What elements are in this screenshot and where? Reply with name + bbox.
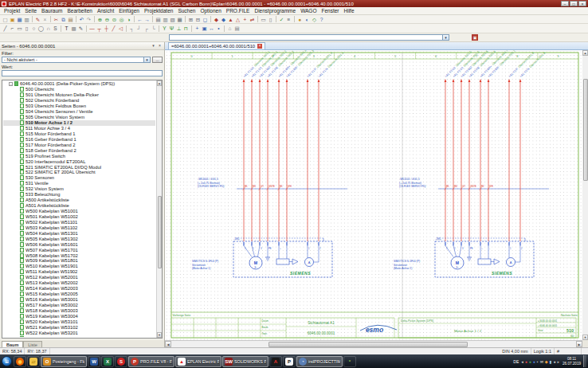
tree-item[interactable]: 533 Beleuchtung [3, 192, 155, 198]
corner-down-left-icon[interactable]: ┐ [128, 25, 135, 32]
acrobat-taskbar-button[interactable]: A [269, 356, 282, 367]
macro-box-icon[interactable]: ▭ [260, 16, 267, 23]
eplan-taskbar-button[interactable]: ▲EPLAN Electric P8... [175, 356, 221, 367]
terminal-strip-icon[interactable]: • [215, 25, 222, 32]
tree-item[interactable]: W509 Kabelplan W51801 [3, 258, 155, 264]
tree-item[interactable]: W515 Kabelplan W52005 [3, 292, 155, 297]
expander-icon[interactable]: – [9, 82, 13, 86]
language-indicator[interactable]: DE [513, 359, 519, 364]
wago-configure-icon[interactable]: ◐ [304, 16, 311, 23]
menu-projektdaten[interactable]: Projektdaten [142, 8, 176, 14]
excel-taskbar-button[interactable]: X [101, 356, 114, 367]
rectangle-tool-icon[interactable]: ▭ [16, 25, 23, 32]
t-node-icon[interactable]: ┬ [96, 25, 103, 32]
ground-symbol-icon[interactable]: ⊥ [175, 25, 182, 32]
menu-pro-file[interactable]: PRO.FILE [224, 8, 253, 14]
properties-icon[interactable]: ✎ [34, 16, 41, 23]
close-button[interactable]: × [578, 1, 586, 6]
tree-item[interactable]: W519 Kabelplan W53004 [3, 313, 155, 319]
terminal-navigator-icon[interactable]: ▲ [227, 16, 234, 23]
explorer-taskbar-button[interactable]: ▱ [27, 356, 40, 367]
messages-icon[interactable]: ≡ [285, 16, 292, 23]
forward-icon[interactable]: → [143, 16, 151, 23]
menu-optionen[interactable]: Optionen [198, 8, 223, 14]
schematic-svg[interactable]: 0123456789Vorherige SeiteNächste SeiteDa… [165, 50, 582, 340]
app-red-taskbar-button[interactable]: S [115, 356, 127, 367]
corner-up-right-icon[interactable]: └ [150, 25, 157, 32]
tree-item[interactable]: 504 Übersicht Sensoren / Ventile [3, 109, 155, 115]
value-input[interactable] [2, 70, 163, 76]
taskbar-clock[interactable]: 08:11 26.07.2019 [563, 357, 581, 365]
tree-item[interactable]: W522 Kabelplan W53201 [3, 330, 155, 335]
tree-item[interactable]: 532 Vision System [3, 186, 155, 192]
tree-item[interactable]: A501 Artikelstückliste [3, 203, 155, 209]
zoom-all-icon[interactable]: ◎ [118, 16, 125, 23]
device-navigator-icon[interactable]: ◆ [213, 16, 220, 23]
tray-expand-icon[interactable]: ◂ [521, 359, 523, 364]
profile-taskbar-button[interactable]: PPRO.FILE V8 - Flo... [128, 356, 174, 367]
tree-item[interactable]: 502 Übersicht Förderband [3, 98, 155, 104]
tab-tree-view[interactable]: Baum [2, 341, 23, 347]
maximize-button[interactable]: □ [570, 1, 578, 6]
tree-item[interactable]: W502 Kabelplan W51101 [3, 219, 155, 225]
paste-icon[interactable]: ▤ [67, 16, 74, 23]
tree-item[interactable]: A500 Artikelstückliste [3, 198, 155, 203]
grid-icon[interactable]: ▦ [176, 16, 183, 23]
menu-ansicht[interactable]: Ansicht [95, 8, 116, 14]
new-icon[interactable]: ▢ [2, 16, 9, 23]
canvas-vscroll-thumb[interactable] [583, 79, 588, 180]
menu-dienstprogramme[interactable]: Dienstprogramme [252, 8, 298, 14]
tree-item[interactable]: W523 Kabelplan W53202 [3, 335, 155, 337]
distributor-icon[interactable]: Ψ [168, 25, 175, 32]
window-cascade-icon[interactable]: ⊟ [194, 16, 202, 23]
cut-icon[interactable]: ✂ [53, 16, 60, 23]
polyline-tool-icon[interactable]: ⌐ [9, 25, 16, 32]
insert-device-icon[interactable]: ▣ [201, 25, 208, 32]
status-layer[interactable]: # [555, 348, 582, 354]
tray-red-icon[interactable]: ● [525, 359, 527, 364]
close-page-icon[interactable]: ▣ [472, 34, 478, 41]
tray-mail-icon[interactable]: ✉ [540, 359, 543, 364]
tree-item[interactable]: 500 Übersicht [3, 87, 155, 92]
cable-navigator-icon[interactable]: ◆ [220, 16, 227, 23]
tree-item[interactable]: W504 Kabelplan W51301 [3, 230, 155, 236]
edit-terminal-icon[interactable]: ▯ [267, 16, 274, 23]
canvas-vscrollbar[interactable]: ▲ ▼ [582, 50, 588, 340]
tree-item[interactable]: W521 Kabelplan W53102 [3, 324, 155, 330]
scroll-right-icon[interactable]: ▶ [576, 341, 582, 347]
tray-blue-icon[interactable]: ● [533, 359, 535, 364]
panel-menu-icon[interactable]: ▾ [151, 43, 156, 49]
tree-item[interactable]: W505 Kabelplan W51302 [3, 236, 155, 241]
scroll-left-icon[interactable]: ◀ [165, 341, 171, 347]
layer-management-icon[interactable]: ▧ [169, 16, 176, 23]
page-tab[interactable]: =6046.00.00.0001+6046.40.00.0001/510 × [168, 42, 265, 49]
circle-tool-icon[interactable]: ○ [30, 25, 37, 32]
tree-item[interactable]: 531 Ventile [3, 181, 155, 186]
copy-icon[interactable]: ⧉ [60, 16, 67, 23]
motor-circuit-1[interactable]: -W51001 / 4G1,5(+ 2x0,75 Bremse)(ÖLFLEX … [192, 50, 347, 277]
jump-link-icon[interactable]: ╱ [110, 25, 117, 32]
menu-hilfe[interactable]: Hilfe [342, 8, 357, 14]
wago-check-icon[interactable]: ◇ [311, 16, 318, 23]
rectangle2-tool-icon[interactable]: ▯ [23, 25, 30, 32]
tree-item[interactable]: 517 Motor Förderband 2 [3, 142, 155, 147]
menu-bauraum[interactable]: Bauraum [39, 8, 65, 14]
tree-item[interactable]: 503 Übersicht Feldbus Boxen [3, 104, 155, 109]
tree-item[interactable]: W520 Kabelplan W53101 [3, 319, 155, 324]
menu-einf-gen[interactable]: Einfügen [116, 8, 142, 14]
window-tile-icon[interactable]: ⊞ [187, 16, 194, 23]
menu-fenster[interactable]: Fenster [319, 8, 341, 14]
potential-icon[interactable]: Y [161, 25, 168, 32]
tree-item[interactable]: 511 Motor Achse 3 / 4 [3, 126, 155, 131]
tree-item[interactable]: W513 Kabelplan W52002 [3, 280, 155, 286]
page-macro-icon[interactable]: ⌂ [226, 25, 233, 32]
undo-icon[interactable]: ↶ [78, 16, 85, 23]
back-icon[interactable]: ← [136, 16, 143, 23]
tree-item[interactable]: 518 Geber Förderband 2 [3, 147, 155, 153]
window-macro-icon[interactable]: ▤ [233, 25, 241, 32]
tab-list-view[interactable]: Liste [23, 341, 42, 347]
solidworks-taskbar-button[interactable]: SWSOLIDWORKS Pre... [222, 356, 269, 367]
delete-icon[interactable]: × [41, 16, 49, 23]
tab-close-icon[interactable]: × [257, 44, 262, 49]
text-tool-icon[interactable]: T [63, 25, 70, 32]
